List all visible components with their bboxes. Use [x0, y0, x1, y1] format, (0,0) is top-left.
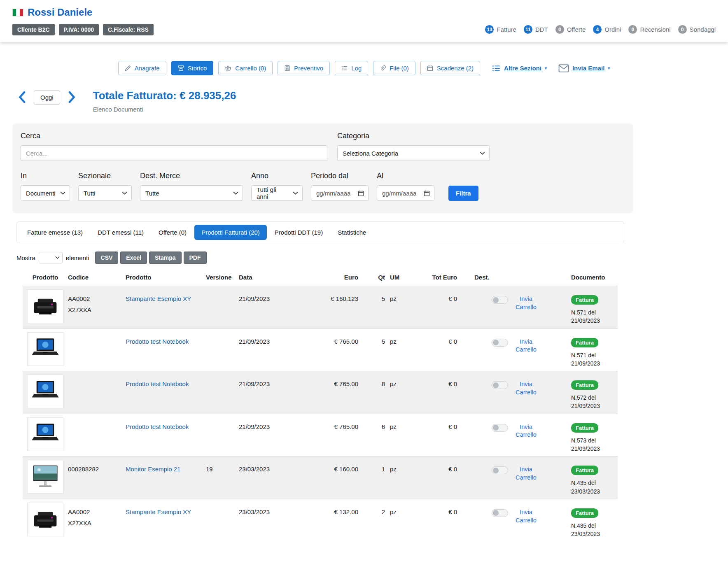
export-stampa-button[interactable]: Stampa — [149, 252, 182, 264]
toolbar-button-preventivo[interactable]: Preventivo — [278, 61, 330, 75]
product-name-link[interactable]: Stampante Esempio XY — [126, 295, 191, 302]
export-pdf-button[interactable]: PDF — [184, 252, 207, 264]
qty-cell: 6 — [358, 417, 385, 430]
dest-merce-label: Dest. Merce — [140, 172, 243, 180]
filtra-button[interactable]: Filtra — [448, 186, 478, 201]
oggi-button[interactable]: Oggi — [34, 90, 60, 105]
date-cell: 21/09/2023 — [239, 417, 309, 430]
toolbar-button-carrello-0[interactable]: Carrello (0) — [218, 61, 273, 75]
tab-prodotti-ddt-19[interactable]: Prodotti DDT (19) — [268, 225, 330, 240]
mostra-label: Mostra — [16, 254, 35, 261]
tab-offerte-0[interactable]: Offerte (0) — [152, 225, 194, 240]
categoria-select[interactable]: Seleziona Categoria — [337, 145, 490, 161]
tab-statistiche[interactable]: Statistiche — [331, 225, 373, 240]
counter-fatture[interactable]: 13 Fatture — [485, 25, 516, 34]
dest-toggle[interactable] — [492, 381, 508, 389]
invia-carrello-link[interactable]: Invia Carrello — [514, 423, 538, 439]
product-code-2: X27XXA — [68, 519, 126, 526]
dest-toggle[interactable] — [492, 424, 508, 432]
filter-panel: Cerca Categoria Seleziona Categoria In D… — [12, 123, 633, 213]
page-length-select[interactable] — [39, 252, 63, 263]
altre-sezioni-label: Altre Sezioni — [504, 65, 541, 72]
next-period-button[interactable] — [67, 89, 77, 105]
product-name-link[interactable]: Prodotto test Notebook — [126, 338, 189, 345]
toolbar-button-label: Anagrafe — [135, 65, 160, 72]
toolbar-button-storico[interactable]: Storico — [171, 61, 214, 75]
product-name-link[interactable]: Prodotto test Notebook — [126, 380, 189, 387]
euro-cell: € 765.00 — [309, 417, 358, 430]
prev-period-button[interactable] — [16, 89, 27, 105]
export-csv-button[interactable]: CSV — [95, 252, 119, 264]
tot-euro-cell: € 0 — [416, 289, 457, 302]
euro-cell: € 160.123 — [309, 289, 358, 302]
document-date: 23/03/2023 — [571, 487, 618, 496]
dest-toggle[interactable] — [492, 296, 508, 304]
product-name-link[interactable]: Monitor Esempio 21 — [126, 466, 180, 473]
chevron-down-icon: ▾ — [608, 66, 610, 70]
tab-ddt-emessi-11[interactable]: DDT emessi (11) — [91, 225, 151, 240]
dest-merce-select[interactable]: Tutte — [140, 185, 243, 201]
invia-carrello-link[interactable]: Invia Carrello — [514, 466, 538, 482]
counter-offerte[interactable]: 0 Offerte — [555, 25, 586, 34]
counter-count-badge: 0 — [555, 25, 564, 34]
counter-count-badge: 11 — [524, 25, 532, 34]
column-header-documento: Documento — [541, 274, 618, 281]
table-row: AA0002 X27XXA Stampante Esempio XY 23/03… — [23, 499, 618, 542]
document-number: N.571 del — [571, 308, 618, 317]
product-code-cell — [68, 332, 126, 342]
toggle-knob — [493, 425, 499, 431]
paperclip-icon — [380, 65, 386, 71]
table-row: Prodotto test Notebook 21/09/2023 € 765.… — [23, 371, 618, 414]
counter-ddt[interactable]: 11 DDT — [524, 25, 548, 34]
um-cell: pz — [385, 460, 416, 473]
product-image-monitor — [27, 460, 63, 494]
toolbar-button-file-0[interactable]: File (0) — [373, 61, 415, 75]
document-number: N.435 del — [571, 479, 618, 487]
toolbar-button-log[interactable]: Log — [335, 61, 368, 75]
counter-recensioni[interactable]: 0 Recensioni — [628, 25, 670, 34]
al-label: Al — [377, 172, 434, 180]
document-date: 21/09/2023 — [571, 445, 618, 453]
dest-toggle[interactable] — [492, 509, 508, 517]
product-name-link[interactable]: Stampante Esempio XY — [126, 508, 191, 515]
qty-cell: 5 — [358, 289, 385, 302]
invia-carrello-link[interactable]: Invia Carrello — [514, 508, 538, 524]
cerca-input[interactable] — [21, 145, 327, 161]
counter-sondaggi[interactable]: 0 Sondaggi — [678, 25, 716, 34]
invia-carrello-link[interactable]: Invia Carrello — [514, 295, 538, 311]
list-icon — [492, 64, 501, 72]
dest-toggle[interactable] — [492, 466, 508, 474]
altre-sezioni-link[interactable]: Altre Sezioni ▾ — [492, 64, 547, 72]
document-number: N.435 del — [571, 522, 618, 530]
date-cell: 21/09/2023 — [239, 289, 309, 302]
export-excel-button[interactable]: Excel — [120, 252, 147, 264]
product-name-link[interactable]: Prodotto test Notebook — [126, 423, 189, 430]
counter-label: Fatture — [497, 26, 516, 33]
anno-select[interactable]: Tutti gli anni — [251, 185, 303, 201]
basket-icon — [225, 65, 231, 71]
invia-carrello-link[interactable]: Invia Carrello — [514, 338, 538, 354]
al-input[interactable]: gg/mm/aaaa — [377, 185, 434, 201]
tab-fatture-emesse-13[interactable]: Fatture emesse (13) — [20, 225, 90, 240]
toolbar-button-anagrafe[interactable]: Anagrafe — [118, 61, 166, 75]
toolbar-button-scadenze-2[interactable]: Scadenze (2) — [420, 61, 480, 75]
um-cell: pz — [385, 417, 416, 430]
in-select[interactable]: Documenti — [21, 185, 70, 201]
tab-prodotti-fatturati-20[interactable]: Prodotti Fatturati (20) — [194, 225, 267, 240]
toolbar-button-label: Scadenze (2) — [437, 65, 474, 72]
toggle-knob — [493, 510, 499, 516]
invia-email-link[interactable]: Invia Email ▾ — [558, 64, 610, 72]
invia-carrello-link[interactable]: Invia Carrello — [514, 380, 538, 396]
chevron-down-icon — [293, 191, 298, 195]
invia-email-label: Invia Email — [572, 65, 604, 72]
document-reference: N.572 del 21/09/2023 — [571, 394, 618, 410]
counter-ordini[interactable]: 4 Ordini — [593, 25, 621, 34]
column-header-euro: Euro — [309, 274, 358, 281]
column-header-um: UM — [385, 274, 416, 281]
sezionale-select[interactable]: Tutti — [78, 185, 132, 201]
column-header-tot-euro: Tot Euro — [416, 274, 457, 281]
um-cell: pz — [385, 332, 416, 345]
toolbar-button-label: Log — [351, 65, 362, 72]
dest-toggle[interactable] — [492, 339, 508, 347]
periodo-dal-input[interactable]: gg/mm/aaaa — [311, 185, 369, 201]
